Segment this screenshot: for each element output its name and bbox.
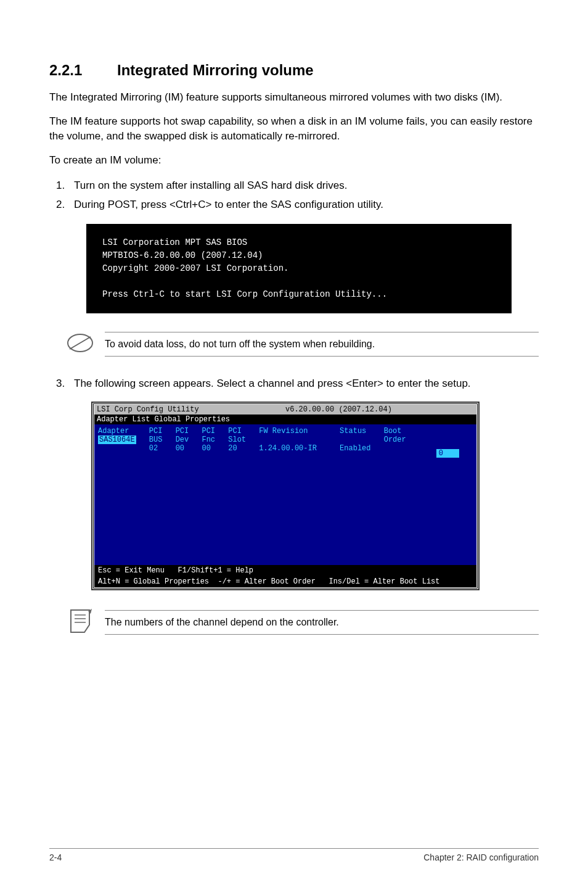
terminal-output: LSI Corporation MPT SAS BIOS MPTBIOS-6.2… — [86, 224, 512, 313]
svg-line-1 — [70, 337, 91, 349]
bios-titlebar: LSI Corp Config Utility v6.20.00.00 (200… — [94, 405, 476, 415]
bios-col-pcifnc: PCI Fnc 00 — [202, 427, 215, 453]
bios-title-right: v6.20.00.00 (2007.12.04) — [285, 405, 474, 414]
bios-help-2: Alt+N = Global Properties -/+ = Alter Bo… — [94, 576, 476, 587]
bios-title-left: LSI Corp Config Utility — [97, 405, 285, 414]
intro-para-3: To create an IM volume: — [49, 153, 539, 168]
bios-col-pcibus: PCI BUS 02 — [149, 427, 163, 453]
warning-callout: To avoid data loss, do not turn off the … — [62, 332, 539, 357]
intro-para-1: The Integrated Mirroring (IM) feature su… — [49, 90, 539, 105]
step-1: Turn on the system after installing all … — [68, 177, 539, 194]
steps-list-1: Turn on the system after installing all … — [49, 177, 539, 213]
bios-col-fw: FW Revision 1.24.00.00-IR — [259, 427, 317, 453]
note-text: The numbers of the channel depend on the… — [105, 610, 539, 635]
bios-boot-value: 0 — [436, 449, 459, 458]
bios-screenshot: LSI Corp Config Utility v6.20.00.00 (200… — [92, 403, 478, 589]
bios-help-1: Esc = Exit Menu F1/Shift+1 = Help — [94, 565, 476, 576]
step-3: The following screen appears. Select a c… — [68, 375, 539, 392]
section-title: Integrated Mirroring volume — [117, 62, 314, 78]
bios-col-adapter: Adapter SAS1064E — [98, 427, 136, 444]
bios-col-pcislot: PCI Slot 20 — [228, 427, 246, 453]
steps-list-2: The following screen appears. Select a c… — [49, 375, 539, 392]
bios-body: Adapter SAS1064E PCI BUS 02 PCI Dev 00 P… — [94, 424, 476, 565]
page-footer: 2-4 Chapter 2: RAID configuration — [49, 848, 539, 862]
footer-page-number: 2-4 — [49, 852, 62, 862]
step-2: During POST, press <Ctrl+C> to enter the… — [68, 196, 539, 213]
footer-chapter: Chapter 2: RAID configuration — [423, 852, 539, 862]
warning-icon — [62, 332, 99, 357]
bios-selected-adapter: SAS1064E — [98, 435, 136, 444]
intro-para-2: The IM feature supports hot swap capabil… — [49, 114, 539, 144]
bios-subtitle: Adapter List Global Properties — [94, 415, 476, 424]
section-heading: 2.2.1Integrated Mirroring volume — [49, 62, 539, 79]
bios-col-pcidev: PCI Dev 00 — [176, 427, 189, 453]
note-icon — [62, 608, 99, 637]
warning-text: To avoid data loss, do not turn off the … — [105, 332, 539, 357]
note-callout: The numbers of the channel depend on the… — [62, 608, 539, 637]
bios-col-boot: Boot Order — [384, 427, 406, 444]
bios-col-status: Status Enabled — [340, 427, 370, 453]
section-number: 2.2.1 — [49, 62, 117, 79]
